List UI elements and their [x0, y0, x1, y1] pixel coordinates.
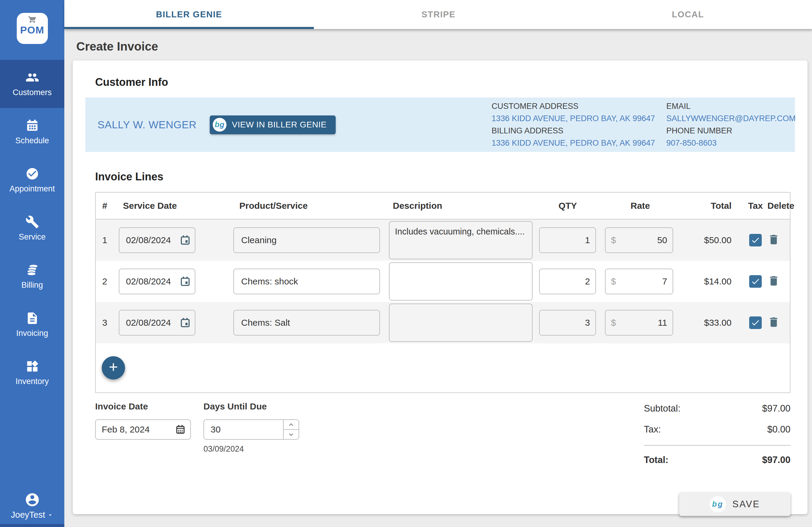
spinner-down-button[interactable]	[284, 430, 299, 439]
customer-name-link[interactable]: SALLY W. WENGER	[98, 119, 197, 131]
description-textarea[interactable]	[389, 304, 533, 342]
sidebar-item-schedule[interactable]: Schedule	[0, 108, 64, 156]
totals-summary: Subtotal:$97.00 Tax:$0.00 Total:$97.00	[644, 403, 791, 475]
rate-input[interactable]: $7	[605, 268, 673, 294]
invoice-settings-row: Invoice Date Feb 8, 2024 Days Until Due …	[95, 401, 791, 475]
days-until-due-input[interactable]: 30	[203, 419, 299, 440]
table-footer: +	[96, 343, 790, 392]
line-total: $14.00	[681, 276, 743, 287]
subtotal-value: $97.00	[762, 403, 791, 414]
row-number: 2	[96, 276, 114, 287]
tax-checkbox[interactable]	[749, 234, 762, 247]
sidebar-item-label: Billing	[21, 280, 43, 290]
tab-stripe[interactable]: STRIPE	[314, 0, 563, 29]
save-button-label: SAVE	[733, 499, 760, 510]
description-textarea[interactable]	[389, 262, 533, 301]
due-date-hint: 03/09/2024	[203, 444, 299, 454]
sidebar-item-appointment[interactable]: Appointment	[0, 156, 64, 204]
sidebar-bottom-strip	[0, 524, 64, 527]
qty-input[interactable]: 2	[539, 268, 596, 294]
invoicing-document-icon	[26, 311, 39, 325]
delete-row-icon[interactable]	[767, 275, 780, 287]
table-row: 2 02/08/2024 Chems: shock 2 $7 $14.00	[96, 261, 790, 302]
dollar-prefix: $	[611, 318, 616, 328]
delete-row-icon[interactable]	[767, 316, 780, 328]
tab-biller-genie[interactable]: BILLER GENIE	[64, 0, 314, 29]
sidebar-item-label: Inventory	[16, 377, 49, 386]
service-date-input[interactable]: 02/08/2024	[119, 310, 195, 336]
tax-checkbox[interactable]	[749, 275, 762, 288]
dollar-prefix: $	[611, 235, 616, 245]
view-in-biller-genie-button[interactable]: bg VIEW IN BILLER GENIE	[210, 115, 336, 134]
sidebar: POM Customers Schedule Appointment Servi…	[0, 0, 64, 527]
shopping-cart-icon	[27, 15, 38, 24]
line-total: $33.00	[681, 318, 743, 328]
calendar-icon	[180, 235, 191, 246]
tax-label: Tax:	[644, 424, 661, 435]
tab-bar: BILLER GENIE STRIPE LOCAL	[64, 0, 812, 29]
product-service-input[interactable]: Chems: shock	[233, 268, 380, 294]
phone-value[interactable]: 907-850-8603	[666, 137, 795, 149]
col-header-tax: Tax	[743, 201, 767, 211]
total-value: $97.00	[762, 455, 791, 465]
col-header-total: Total	[681, 201, 743, 211]
tax-value: $0.00	[767, 424, 791, 435]
sidebar-item-billing[interactable]: Billing	[0, 252, 64, 301]
qty-input[interactable]: 1	[539, 227, 596, 253]
col-header-description: Description	[386, 201, 536, 211]
chevron-down-icon	[47, 512, 54, 518]
days-until-due-field: Days Until Due 30 03/09/2024	[203, 401, 299, 475]
sidebar-item-service[interactable]: Service	[0, 204, 64, 252]
add-line-button[interactable]: +	[102, 356, 125, 380]
line-total: $50.00	[681, 235, 743, 245]
rate-input[interactable]: $50	[605, 227, 673, 253]
tab-local[interactable]: LOCAL	[563, 0, 812, 29]
billing-coins-icon	[26, 263, 39, 277]
rate-input[interactable]: $11	[605, 310, 673, 336]
product-service-input[interactable]: Cleaning	[233, 227, 380, 253]
invoice-date-field: Invoice Date Feb 8, 2024	[95, 401, 191, 475]
appointment-check-icon	[26, 167, 39, 181]
service-tools-icon	[26, 215, 39, 229]
description-textarea[interactable]: Includes vacuuming, chemicals....	[389, 221, 533, 259]
save-row: bg SAVE	[95, 492, 791, 516]
delete-row-icon[interactable]	[767, 233, 780, 246]
tax-checkbox[interactable]	[749, 317, 762, 329]
svg-text:bg: bg	[712, 499, 723, 509]
customer-address-label: CUSTOMER ADDRESS	[492, 100, 666, 113]
days-until-due-label: Days Until Due	[203, 401, 299, 412]
product-service-input[interactable]: Chems: Salt	[233, 310, 380, 336]
qty-input[interactable]: 3	[539, 310, 596, 336]
col-header-rate: Rate	[600, 201, 681, 211]
customer-banner: SALLY W. WENGER bg VIEW IN BILLER GENIE …	[85, 98, 795, 152]
sidebar-item-inventory[interactable]: Inventory	[0, 349, 64, 397]
calendar-grid-icon	[175, 424, 186, 435]
email-value[interactable]: SALLYWWENGER@DAYREP.COM	[666, 113, 795, 125]
invoice-card: Customer Info SALLY W. WENGER bg VIEW IN…	[73, 60, 808, 514]
billing-address-label: BILLING ADDRESS	[492, 125, 666, 137]
content-column: BILLER GENIE STRIPE LOCAL Create Invoice…	[64, 0, 812, 527]
view-button-label: VIEW IN BILLER GENIE	[232, 120, 327, 130]
table-header-row: # Service Date Product/Service Descripti…	[96, 193, 790, 220]
service-date-input[interactable]: 02/08/2024	[119, 227, 195, 253]
service-date-input[interactable]: 02/08/2024	[119, 268, 195, 294]
user-menu[interactable]: JoeyTest	[0, 492, 64, 520]
customer-address-value[interactable]: 1336 KIDD AVENUE, PEDRO BAY, AK 99647	[492, 113, 666, 125]
totals-divider	[644, 445, 791, 445]
main-area: Create Invoice Customer Info SALLY W. WE…	[64, 29, 812, 527]
check-icon	[751, 277, 760, 286]
app-logo[interactable]: POM	[17, 13, 48, 44]
col-header-product: Product/Service	[206, 201, 386, 211]
check-icon	[751, 235, 760, 245]
invoice-date-input[interactable]: Feb 8, 2024	[95, 419, 191, 440]
spinner-up-button[interactable]	[284, 420, 299, 430]
check-icon	[751, 318, 760, 327]
table-row: 3 02/08/2024 Chems: Salt 3 $11 $33.00	[96, 302, 790, 343]
invoice-lines-table: # Service Date Product/Service Descripti…	[95, 192, 791, 393]
logo-text: POM	[20, 24, 44, 36]
sidebar-item-invoicing[interactable]: Invoicing	[0, 301, 64, 349]
billing-address-value[interactable]: 1336 KIDD AVENUE, PEDRO BAY, AK 99647	[492, 137, 666, 149]
save-button[interactable]: bg SAVE	[679, 492, 791, 516]
sidebar-item-customers[interactable]: Customers	[0, 60, 64, 108]
sidebar-item-label: Appointment	[10, 184, 55, 193]
